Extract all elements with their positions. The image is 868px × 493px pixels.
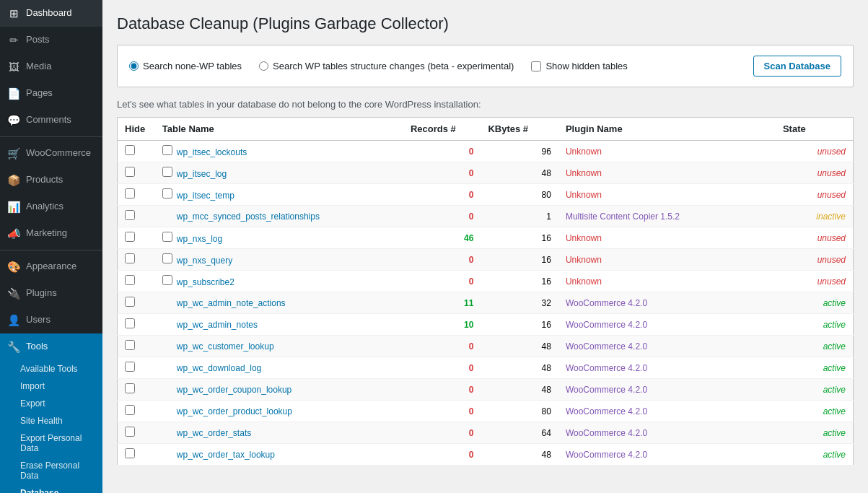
table-name-text: wp_wc_admin_note_actions [162, 298, 286, 308]
checkbox-hidden-input[interactable] [531, 61, 541, 71]
records-value: 0 [403, 249, 481, 271]
records-value: 0 [403, 444, 481, 466]
posts-icon: ✏ [7, 32, 20, 48]
row-hide-checkbox[interactable] [125, 145, 135, 155]
sidebar-item-tools[interactable]: 🔧 Tools [0, 333, 102, 360]
submenu-site-health[interactable]: Site Health [0, 412, 102, 429]
table-name-link[interactable]: wp_nxs_log [177, 234, 222, 244]
row-hide-checkbox[interactable] [125, 362, 135, 372]
sidebar-item-media[interactable]: 🖼 Media [0, 53, 102, 80]
row-hide-checkbox[interactable] [125, 405, 135, 415]
sidebar-item-label: Marketing [26, 227, 67, 240]
table-header: Hide Table Name Records # KBytes # Plugi… [118, 118, 854, 141]
state-value: active [776, 422, 854, 444]
row-table-checkbox[interactable] [162, 167, 172, 177]
submenu-export-personal[interactable]: Export Personal Data [0, 429, 102, 457]
checkbox-hidden[interactable]: Show hidden tables [531, 61, 627, 71]
sidebar-item-label: Plugins [26, 287, 57, 300]
row-hide-checkbox[interactable] [125, 210, 135, 220]
row-hide-checkbox[interactable] [125, 383, 135, 393]
radio-wp-changes-input[interactable] [259, 61, 268, 71]
options-bar: Search none-WP tables Search WP tables s… [117, 45, 854, 87]
sidebar-item-appearance[interactable]: 🎨 Appearance [0, 253, 102, 280]
submenu-database-cleanup[interactable]: Database Cleanup [0, 484, 102, 493]
state-value: active [776, 336, 854, 357]
sidebar-item-label: WooCommerce [26, 147, 91, 160]
sidebar-item-plugins[interactable]: 🔌 Plugins [0, 280, 102, 307]
table-name-link[interactable]: wp_subscribe2 [177, 277, 234, 287]
sidebar-item-label: Media [26, 60, 51, 73]
table-name-text: wp_wc_order_stats [162, 428, 251, 438]
records-value: 0 [403, 379, 481, 401]
kbytes-value: 80 [481, 184, 558, 206]
records-value: 0 [403, 422, 481, 444]
sidebar-item-pages[interactable]: 📄 Pages [0, 80, 102, 107]
sidebar-item-users[interactable]: 👤 Users [0, 307, 102, 333]
row-hide-checkbox[interactable] [125, 275, 135, 285]
table-name-text: wp_mcc_synced_posts_relationships [162, 211, 320, 222]
row-hide-checkbox[interactable] [125, 448, 135, 458]
sidebar-item-marketing[interactable]: 📣 Marketing [0, 220, 102, 247]
submenu-export[interactable]: Export [0, 395, 102, 412]
marketing-icon: 📣 [7, 226, 20, 241]
sidebar-item-analytics[interactable]: 📊 Analytics [0, 193, 102, 220]
row-table-checkbox[interactable] [162, 275, 172, 285]
tools-submenu: Available Tools Import Export Site Healt… [0, 360, 102, 493]
records-value: 0 [403, 336, 481, 357]
sidebar-item-posts[interactable]: ✏ Posts [0, 27, 102, 53]
row-table-checkbox[interactable] [162, 253, 172, 263]
plugin-name: Multisite Content Copier 1.5.2 [558, 206, 776, 227]
row-table-checkbox[interactable] [162, 232, 172, 242]
plugin-name: Unknown [558, 249, 776, 271]
plugin-name: WooCommerce 4.2.0 [558, 379, 776, 401]
submenu-available-tools[interactable]: Available Tools [0, 360, 102, 378]
row-hide-checkbox[interactable] [125, 318, 135, 328]
row-table-checkbox[interactable] [162, 145, 172, 155]
submenu-erase-personal[interactable]: Erase Personal Data [0, 457, 102, 484]
state-value: active [776, 314, 854, 336]
database-table: Hide Table Name Records # KBytes # Plugi… [117, 117, 854, 466]
kbytes-value: 48 [481, 336, 558, 357]
kbytes-value: 16 [481, 271, 558, 292]
table-name-text: wp_wc_customer_lookup [162, 341, 274, 352]
row-hide-checkbox[interactable] [125, 188, 135, 198]
row-hide-checkbox[interactable] [125, 253, 135, 263]
row-hide-checkbox[interactable] [125, 167, 135, 177]
plugin-name: Unknown [558, 271, 776, 292]
table-name-link[interactable]: wp_itsec_temp [177, 191, 234, 201]
sidebar-item-dashboard[interactable]: ⊞ Dashboard [0, 0, 102, 27]
sidebar-item-label: Pages [26, 87, 53, 100]
row-hide-checkbox[interactable] [125, 232, 135, 242]
row-hide-checkbox[interactable] [125, 427, 135, 437]
sidebar-item-comments[interactable]: 💬 Comments [0, 107, 102, 134]
kbytes-value: 48 [481, 444, 558, 466]
th-table-name: Table Name [155, 118, 403, 141]
row-table-checkbox[interactable] [162, 188, 172, 198]
table-row: wp_nxs_query016Unknownunused [118, 249, 854, 271]
sidebar-item-woocommerce[interactable]: 🛒 WooCommerce [0, 140, 102, 167]
table-row: wp_wc_order_coupon_lookup048WooCommerce … [118, 379, 854, 401]
state-value: inactive [776, 206, 854, 227]
plugin-name: WooCommerce 4.2.0 [558, 336, 776, 357]
radio-wp-changes-label: Search WP tables structure changes (beta… [273, 61, 514, 71]
plugin-name: Unknown [558, 227, 776, 249]
sidebar: ⊞ Dashboard ✏ Posts 🖼 Media 📄 Pages 💬 Co… [0, 0, 102, 493]
sidebar-item-label: Comments [26, 113, 71, 126]
table-name-link[interactable]: wp_itsec_lockouts [177, 147, 247, 157]
table-name-link[interactable]: wp_nxs_query [177, 256, 232, 266]
radio-wp-changes[interactable]: Search WP tables structure changes (beta… [259, 61, 514, 71]
submenu-import[interactable]: Import [0, 378, 102, 395]
table-row: wp_subscribe2016Unknownunused [118, 271, 854, 292]
radio-none-wp-input[interactable] [129, 61, 139, 71]
row-hide-checkbox[interactable] [125, 297, 135, 307]
page-title: Database Cleanup (Plugins Garbage Collec… [117, 14, 854, 33]
sidebar-item-products[interactable]: 📦 Products [0, 167, 102, 193]
table-name-link[interactable]: wp_itsec_log [177, 169, 227, 179]
row-hide-checkbox[interactable] [125, 340, 135, 350]
radio-none-wp[interactable]: Search none-WP tables [129, 61, 242, 71]
scan-database-button[interactable]: Scan Database [753, 56, 842, 77]
kbytes-value: 64 [481, 422, 558, 444]
sidebar-item-label: Analytics [26, 200, 63, 213]
table-name-text: wp_wc_download_log [162, 363, 261, 373]
kbytes-value: 48 [481, 162, 558, 184]
